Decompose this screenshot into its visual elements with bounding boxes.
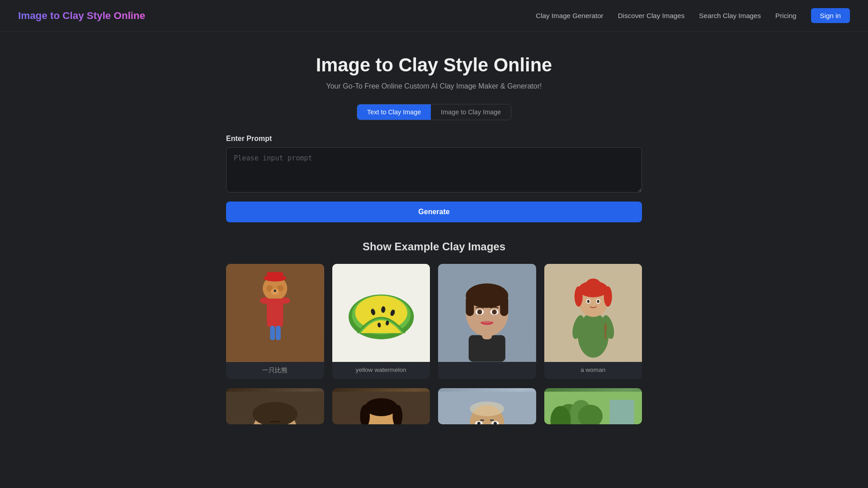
gallery-row-1: 一只比熊 <box>226 264 642 379</box>
svg-rect-12 <box>267 272 283 280</box>
gallery-caption-4: a woman <box>544 362 642 378</box>
main-content: Image to Clay Style Online Your Go-To Fr… <box>217 32 651 442</box>
gallery-item-1[interactable]: 一只比熊 <box>226 264 324 379</box>
brand-logo[interactable]: Image to Clay Style Online <box>18 10 145 22</box>
svg-point-30 <box>477 310 482 314</box>
svg-rect-6 <box>276 326 281 340</box>
gallery-item-4[interactable]: a woman <box>544 264 642 379</box>
svg-point-45 <box>587 300 589 303</box>
gallery-image-3 <box>438 264 536 362</box>
svg-point-72 <box>470 401 504 416</box>
svg-rect-48 <box>604 323 606 339</box>
gallery-caption-3 <box>438 362 536 371</box>
svg-point-4 <box>280 297 290 304</box>
svg-rect-74 <box>490 419 494 421</box>
nav-clay-image-generator[interactable]: Clay Image Generator <box>536 12 603 19</box>
gallery-item-2[interactable]: yellow watermelon <box>332 264 430 379</box>
navbar: Image to Clay Style Online Clay Image Ge… <box>0 0 868 32</box>
gallery-image-1 <box>226 264 324 362</box>
gallery-item-3[interactable] <box>438 264 536 379</box>
gallery-row-2 <box>226 388 642 424</box>
svg-rect-27 <box>466 296 474 316</box>
nav-discover-clay-images[interactable]: Discover Clay Images <box>618 12 685 19</box>
gallery-item-5[interactable] <box>226 388 324 424</box>
gallery-caption-2: yellow watermelon <box>332 362 430 378</box>
svg-point-41 <box>574 286 582 307</box>
gallery-item-7[interactable] <box>438 388 536 424</box>
svg-rect-73 <box>480 419 484 421</box>
tab-text-to-clay[interactable]: Text to Clay Image <box>357 104 431 120</box>
gallery-image-4 <box>544 264 642 362</box>
gallery-image-2 <box>332 264 430 362</box>
signin-button[interactable]: Sign in <box>811 8 850 23</box>
generate-button[interactable]: Generate <box>226 202 642 222</box>
prompt-label: Enter Prompt <box>226 135 642 143</box>
svg-rect-5 <box>270 326 275 340</box>
svg-point-10 <box>274 290 276 292</box>
nav-links: Clay Image Generator Discover Clay Image… <box>536 8 850 23</box>
gallery-caption-1: 一只比熊 <box>226 362 324 379</box>
tab-image-to-clay[interactable]: Image to Clay Image <box>431 104 511 120</box>
page-title: Image to Clay Style Online <box>226 54 642 76</box>
svg-point-47 <box>597 300 599 303</box>
page-subtitle: Your Go-To Free Online Custom AI Clay Im… <box>226 82 642 90</box>
gallery-item-6[interactable] <box>332 388 430 424</box>
svg-rect-58 <box>270 421 280 422</box>
svg-point-33 <box>481 321 493 325</box>
svg-rect-81 <box>609 399 634 424</box>
prompt-section: Enter Prompt <box>226 135 642 194</box>
mode-tab-group: Text to Clay Image Image to Clay Image <box>357 104 511 120</box>
svg-point-42 <box>604 286 612 307</box>
svg-point-43 <box>586 278 600 290</box>
gallery-item-8[interactable] <box>544 388 642 424</box>
nav-search-clay-images[interactable]: Search Clay Images <box>699 12 761 19</box>
svg-point-65 <box>365 398 397 416</box>
examples-title: Show Example Clay Images <box>226 240 642 253</box>
svg-rect-2 <box>267 299 283 327</box>
prompt-textarea[interactable] <box>226 147 642 192</box>
svg-rect-49 <box>603 327 607 329</box>
svg-point-32 <box>492 310 497 314</box>
svg-point-3 <box>260 297 270 304</box>
nav-pricing[interactable]: Pricing <box>775 12 796 19</box>
svg-rect-28 <box>500 296 508 316</box>
